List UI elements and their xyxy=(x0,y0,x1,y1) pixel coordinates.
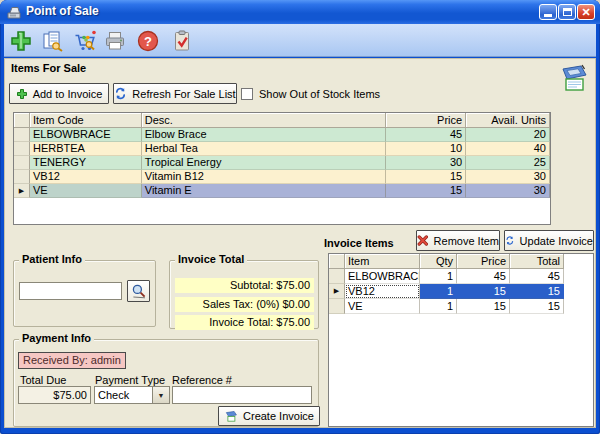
cell-item[interactable]: VE xyxy=(345,299,420,314)
cell-units[interactable]: 25 xyxy=(466,156,550,170)
cell-price[interactable]: 45 xyxy=(457,269,510,284)
cash-register-icon xyxy=(6,4,22,20)
cell-desc[interactable]: Tropical Energy xyxy=(142,156,387,170)
show-out-of-stock-checkbox[interactable] xyxy=(241,88,253,100)
patient-search-input[interactable] xyxy=(19,282,122,300)
cell-code[interactable]: HERBTEA xyxy=(30,142,142,156)
cell-qty[interactable]: 1 xyxy=(420,299,457,314)
cell-units[interactable]: 40 xyxy=(466,142,550,156)
print-toolbar-button[interactable] xyxy=(101,27,128,54)
invoice-table-row[interactable]: ▶VB1211515 xyxy=(329,284,593,299)
update-invoice-button[interactable]: Update Invoice xyxy=(504,230,594,251)
column-header[interactable]: Price xyxy=(457,254,510,269)
cell-code[interactable]: ELBOWBRACE xyxy=(30,128,142,142)
reference-input[interactable] xyxy=(172,386,312,404)
column-header[interactable]: Qty xyxy=(420,254,457,269)
cell-units[interactable]: 30 xyxy=(466,184,550,198)
row-selector-header xyxy=(14,113,30,128)
invoice-table-row[interactable]: VE11515 xyxy=(329,299,593,314)
cell-price[interactable]: 15 xyxy=(386,170,466,184)
sale-table-row[interactable]: HERBTEAHerbal Tea1040 xyxy=(14,142,550,156)
add-icon xyxy=(16,88,28,100)
invoice-items-table[interactable]: ItemQtyPriceTotal ELBOWBRACE14545▶VB1211… xyxy=(328,253,594,427)
update-invoice-label: Update Invoice xyxy=(520,235,593,247)
column-header[interactable]: Price xyxy=(386,113,466,128)
cell-units[interactable]: 20 xyxy=(466,128,550,142)
invoice-items-title: Invoice Items xyxy=(324,237,394,249)
print-icon xyxy=(103,29,127,53)
maximize-button[interactable] xyxy=(558,4,576,20)
cell-desc[interactable]: Herbal Tea xyxy=(142,142,387,156)
cell-units[interactable]: 30 xyxy=(466,170,550,184)
cell-total[interactable]: 15 xyxy=(510,299,564,314)
patient-search-button[interactable] xyxy=(127,280,150,302)
pos-window: Point of Sale ✕ xyxy=(0,0,600,434)
items-for-sale-table[interactable]: Item CodeDesc.PriceAvail. Units ELBOWBRA… xyxy=(13,112,551,225)
cell-code[interactable]: VE xyxy=(30,184,142,198)
svg-text:?: ? xyxy=(144,33,152,48)
column-header[interactable]: Item Code xyxy=(30,113,142,128)
cell-price[interactable]: 45 xyxy=(386,128,466,142)
refresh-for-sale-label: Refresh For Sale List xyxy=(132,88,235,100)
current-row-arrow: ▶ xyxy=(14,184,30,198)
cell-total[interactable]: 45 xyxy=(510,269,564,284)
cell-qty[interactable]: 1 xyxy=(420,284,457,299)
current-row-arrow: ▶ xyxy=(329,284,345,299)
sale-table-header: Item CodeDesc.PriceAvail. Units xyxy=(14,113,550,128)
invoice-total-title: Invoice Total xyxy=(175,253,247,265)
help-toolbar-button[interactable]: ? xyxy=(134,27,161,54)
sale-table-row[interactable]: ELBOWBRACEElbow Brace4520 xyxy=(14,128,550,142)
cell-desc[interactable]: Vitamin B12 xyxy=(142,170,387,184)
tasks-toolbar-button[interactable] xyxy=(168,27,195,54)
total-due-label: Total Due xyxy=(20,374,66,386)
cell-code[interactable]: VB12 xyxy=(30,170,142,184)
column-header[interactable]: Desc. xyxy=(142,113,387,128)
add-icon xyxy=(9,29,33,53)
cell-price[interactable]: 10 xyxy=(386,142,466,156)
sale-table-row[interactable]: TENERGYTropical Energy3025 xyxy=(14,156,550,170)
cell-item[interactable]: VB12 xyxy=(345,284,420,299)
cell-qty[interactable]: 1 xyxy=(420,269,457,284)
chevron-down-icon[interactable]: ▼ xyxy=(152,387,169,403)
payment-type-label: Payment Type xyxy=(95,374,165,386)
minimize-button[interactable] xyxy=(539,4,557,20)
cell-price[interactable]: 15 xyxy=(457,284,510,299)
toolbar: ? xyxy=(4,24,596,57)
tasks-icon xyxy=(170,29,194,53)
close-button[interactable]: ✕ xyxy=(577,4,595,20)
cell-code[interactable]: TENERGY xyxy=(30,156,142,170)
patient-info-group: Patient Info xyxy=(13,260,156,327)
invoice-total-group: Invoice Total Subtotal: $75.00 Sales Tax… xyxy=(169,260,319,329)
add-to-invoice-button[interactable]: Add to Invoice xyxy=(9,83,109,104)
cell-item[interactable]: ELBOWBRACE xyxy=(345,269,420,284)
column-header[interactable]: Avail. Units xyxy=(466,113,550,128)
cell-desc[interactable]: Elbow Brace xyxy=(142,128,387,142)
view-invoices-toolbar-button[interactable] xyxy=(39,27,66,54)
title-bar[interactable]: Point of Sale ✕ xyxy=(0,0,600,24)
row-selector xyxy=(14,156,30,170)
row-selector xyxy=(329,269,345,284)
add-toolbar-button[interactable] xyxy=(7,27,34,54)
items-for-sale-title: Items For Sale xyxy=(11,62,86,74)
cell-total[interactable]: 15 xyxy=(510,284,564,299)
cell-desc[interactable]: Vitamin E xyxy=(142,184,387,198)
column-header[interactable]: Total xyxy=(510,254,564,269)
search-icon xyxy=(131,283,147,299)
cell-price[interactable]: 30 xyxy=(386,156,466,170)
remove-item-button[interactable]: Remove Item xyxy=(416,230,500,251)
column-header[interactable]: Item xyxy=(345,254,420,269)
row-selector xyxy=(329,299,345,314)
row-selector xyxy=(14,128,30,142)
cell-price[interactable]: 15 xyxy=(386,184,466,198)
cart-toolbar-button[interactable] xyxy=(71,27,98,54)
sales-tax-value: Sales Tax: (0%) $0.00 xyxy=(175,297,314,312)
create-invoice-button[interactable]: Create Invoice xyxy=(218,406,320,426)
sale-table-row[interactable]: ▶VEVitamin E1530 xyxy=(14,184,550,198)
payment-type-select[interactable]: Check ▼ xyxy=(94,386,170,404)
cell-price[interactable]: 15 xyxy=(457,299,510,314)
add-to-invoice-label: Add to Invoice xyxy=(33,88,103,100)
invoice-table-row[interactable]: ELBOWBRACE14545 xyxy=(329,269,593,284)
client-area: Items For Sale Add to Invoice Refresh Fo… xyxy=(4,58,596,428)
refresh-for-sale-button[interactable]: Refresh For Sale List xyxy=(113,83,237,104)
sale-table-row[interactable]: VB12Vitamin B121530 xyxy=(14,170,550,184)
